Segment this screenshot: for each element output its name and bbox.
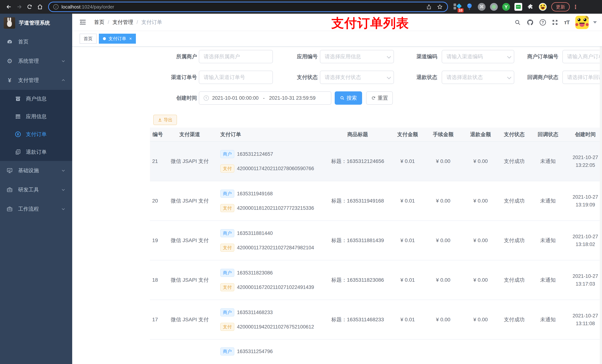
sidebar-item-label: 支付订单 [26, 131, 47, 138]
extension-command-icon[interactable]: ⌘ [478, 3, 486, 11]
reset-label: 重置 [378, 94, 388, 102]
filter-label-create-time: 创建时间 [149, 91, 197, 105]
cell-orders: 商户1635311823086 支付4200001167202110271022… [209, 260, 324, 300]
filter-create-time-range[interactable]: 2021-10-01 00:00:00 - 2021-10-31 23:59:5… [199, 91, 331, 105]
cell-create-time: 2021-10-2713:22:05 [567, 142, 602, 181]
bookmark-star-icon[interactable] [437, 4, 443, 10]
sidebar-item-payment[interactable]: ¥ 支付管理 [0, 71, 72, 90]
filter-label-notify-status: 回调商户状态 [510, 71, 558, 84]
sidebar-item-infrastructure[interactable]: 基础设施 [0, 161, 72, 180]
header-search-icon[interactable] [515, 19, 521, 26]
sidebar-item-label: 工作流程 [18, 206, 39, 213]
filter-channel-order-no-input[interactable]: 请输入渠道订单号 [199, 71, 273, 84]
breadcrumb-item[interactable]: 支付管理 [113, 19, 133, 26]
cell-refund: ¥ 0.00 [462, 181, 499, 220]
column-header-0: 编号 [150, 131, 170, 138]
search-label: 搜索 [346, 94, 357, 102]
sidebar-item-pay-order[interactable]: ¥ 支付订单 [0, 125, 72, 143]
filter-pay-status-select[interactable]: 请选择支付状态 [320, 71, 394, 84]
browser-menu-icon[interactable]: ⋮ [573, 4, 578, 10]
sidebar-item-merchant-info[interactable]: 商户信息 [0, 90, 72, 108]
browser-home-icon[interactable] [35, 2, 45, 12]
browser-reload-icon[interactable] [24, 2, 35, 12]
merchant-badge: 商户 [220, 308, 234, 316]
filter-channel-code-select[interactable]: 请输入渠道编码 [442, 50, 514, 63]
update-label: 更新 [556, 4, 565, 10]
page-scrollbar[interactable] [600, 45, 602, 364]
sidebar-item-label: 研发工具 [18, 186, 39, 193]
extension-chat-icon[interactable] [514, 3, 522, 11]
tab-active[interactable]: 支付订单× [99, 34, 136, 44]
column-header-2: 支付订单 [209, 131, 324, 138]
cell-channel: 微信 JSAPI 支付 [170, 142, 209, 181]
github-icon[interactable] [527, 19, 534, 26]
extension-dot-icon[interactable] [490, 3, 498, 11]
cell-id: 17 [150, 300, 170, 339]
cell-status: 支付成功 [499, 142, 529, 181]
export-button[interactable]: 导出 [153, 115, 177, 125]
filter-notify-status-select[interactable]: 请选择订单回调商户状态 [562, 71, 602, 84]
sidebar-item-refund-order[interactable]: 退款订单 [0, 143, 72, 161]
reset-button[interactable]: 重置 [366, 91, 393, 105]
sidebar-item-dev-tools[interactable]: 研发工具 [0, 180, 72, 199]
date-separator: - [263, 95, 265, 101]
cell-title: 标题：1635311881439 [324, 221, 391, 260]
yen-icon: ¥ [6, 77, 13, 83]
table-row-18: 18 微信 JSAPI 支付 商户1635311823086 支付4200001… [150, 260, 602, 300]
merchant-order-no: 1635311468233 [237, 310, 273, 315]
cell-id: 21 [150, 142, 170, 181]
avatar[interactable] [575, 16, 589, 29]
extension-balloon-icon[interactable] [465, 3, 473, 11]
extension-diamond-icon[interactable]: 10 [453, 3, 461, 11]
filter-app-no-select[interactable]: 请选择应用信息 [320, 50, 394, 63]
browser-chrome: i localhost:1024/pay/order 10 ⌘ [0, 0, 602, 14]
browser-update-button[interactable]: 更新 [551, 2, 570, 11]
extensions-puzzle-icon[interactable] [527, 3, 535, 11]
tab-close-icon[interactable]: × [129, 36, 132, 41]
filter-refund-status-select[interactable]: 请选择退款状态 [442, 71, 514, 84]
search-button[interactable]: 搜索 [335, 91, 362, 105]
extension-y-icon[interactable]: Y [502, 3, 510, 11]
channel-order-no: 4200001174202110278060590766 [237, 166, 314, 171]
sidebar-item-home[interactable]: 首页 [0, 32, 72, 52]
sidebar-item-workflow[interactable]: 工作流程 [0, 199, 72, 219]
merchant-badge: 商户 [220, 229, 234, 237]
cell-title: 标题：1635311823086 [324, 260, 391, 300]
font-size-icon[interactable]: тT [564, 19, 570, 26]
browser-forward-icon[interactable] [14, 2, 24, 12]
cell-amount: ¥ 0.01 [391, 181, 424, 220]
breadcrumb-item[interactable]: 首页 [94, 19, 104, 26]
cell-amount: ¥ 0.01 [391, 260, 424, 300]
fullscreen-icon[interactable] [552, 19, 558, 26]
filter-merchant-input[interactable]: 请选择所属商户 [199, 50, 273, 63]
logo: 芋道管理系统 [0, 14, 72, 32]
url-bar[interactable]: i localhost:1024/pay/order [48, 2, 448, 12]
browser-back-icon[interactable] [4, 2, 14, 12]
chevron-up-icon [61, 78, 65, 83]
sidebar-item-label: 支付管理 [18, 77, 39, 84]
filter-merchant-order-no-input[interactable]: 请输入商户订单编号 [562, 50, 602, 63]
url-path: :1024/pay/order [81, 4, 114, 10]
sidebar-item-system[interactable]: ⚙ 系统管理 [0, 52, 72, 71]
help-icon[interactable]: ? [540, 19, 546, 26]
site-info-icon[interactable]: i [53, 4, 58, 10]
column-header-1: 支付渠道 [170, 131, 209, 138]
tab-0[interactable]: 首页 [80, 34, 97, 44]
table-row-20: 20 微信 JSAPI 支付 商户1635311949168 支付4200001… [150, 181, 602, 221]
table-row-21: 21 微信 JSAPI 支付 商户1635312124657 支付4200001… [150, 142, 602, 181]
filter-label-pay-status: 支付状态 [269, 71, 318, 84]
table-row-19: 19 微信 JSAPI 支付 商户1635311881440 支付4200001… [150, 221, 602, 260]
cell-title: 标题：1635311468233 [324, 300, 391, 339]
cell-channel: 微信 JSAPI 支付 [170, 181, 209, 220]
avatar-caret-icon[interactable] [593, 21, 597, 23]
collapse-sidebar-icon[interactable] [80, 20, 86, 25]
merchant-badge: 商户 [220, 269, 234, 277]
cell-channel: 微信 JSAPI 支付 [170, 221, 209, 260]
yen-circle-icon: ¥ [15, 131, 21, 137]
sidebar-item-app-info[interactable]: 应用信息 [0, 108, 72, 125]
merchant-order-no: 1635311949168 [237, 191, 273, 197]
share-icon[interactable] [426, 4, 432, 10]
profile-emoji-icon[interactable] [539, 3, 547, 11]
column-header-8: 回调状态 [529, 131, 567, 138]
cell-amount: ¥ 0.01 [391, 300, 424, 339]
